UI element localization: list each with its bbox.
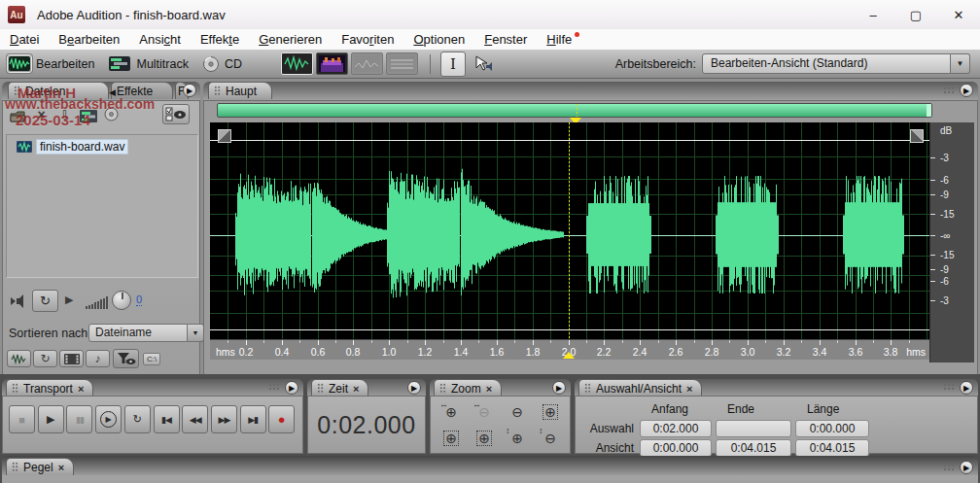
auswahl-anfang-field[interactable]: 0:02.000	[640, 420, 712, 437]
zoom-out-horizontal-button[interactable]: ⊖↔	[470, 400, 499, 423]
menu-item-optionen[interactable]: Optionen	[403, 32, 474, 47]
phase-view-button[interactable]	[386, 52, 418, 75]
go-start-button[interactable]: ▮◀	[154, 405, 180, 433]
tab-haupt[interactable]: Haupt	[208, 82, 272, 99]
waveform-display[interactable]	[210, 122, 929, 339]
scrub-tool-button[interactable]	[472, 52, 495, 76]
play-circled-button[interactable]: ▶	[95, 405, 122, 433]
ansicht-l-nge-field[interactable]: 0:04.015	[795, 439, 869, 457]
zoom-selection-right-button[interactable]: ⊕	[470, 427, 499, 449]
cd-mode-button[interactable]: CD	[202, 55, 242, 73]
editor-panel-menu-button[interactable]: ▶	[960, 84, 973, 97]
close-tab-icon[interactable]: ×	[686, 383, 692, 395]
tab-zoom-label: Zoom	[451, 382, 481, 396]
pause-button[interactable]: ▮▮	[66, 405, 92, 433]
maximize-button[interactable]: ▢	[894, 0, 937, 29]
db-tick-icon	[930, 157, 935, 158]
tab-auswahl-ansicht[interactable]: Auswahl/Ansicht ×	[578, 379, 702, 397]
overview-navigation-bar[interactable]	[217, 103, 932, 118]
sort-dropdown[interactable]: Dateiname ▼	[88, 324, 204, 342]
show-video-files-button[interactable]	[59, 350, 84, 367]
close-button[interactable]: ✕	[937, 0, 980, 29]
loop-preview-button[interactable]: ↻	[32, 290, 58, 312]
menu-item-generieren[interactable]: Generieren	[249, 32, 332, 47]
time-panel-menu-button[interactable]: ▶	[407, 381, 421, 395]
menu-item-hilfe[interactable]: Hilfe	[537, 32, 581, 47]
zoom-selection-left-button[interactable]: ⊕	[437, 427, 466, 449]
zoom-out-full-button[interactable]: ⊖	[503, 400, 532, 423]
menu-item-effekte[interactable]: Effekte	[191, 32, 249, 47]
stop-button[interactable]: ■	[9, 405, 35, 433]
preview-volume-knob[interactable]	[112, 291, 131, 310]
file-list-item[interactable]: finish-board.wav	[17, 139, 128, 155]
playhead-marker-bottom[interactable]	[563, 352, 575, 359]
close-tab-icon[interactable]: ×	[78, 383, 84, 395]
minimize-button[interactable]: –	[852, 0, 894, 29]
workspace-dropdown[interactable]: Bearbeiten-Ansicht (Standard) ▼	[702, 53, 970, 74]
db-label: -15	[940, 250, 954, 260]
close-tab-icon[interactable]: ×	[486, 383, 492, 395]
time-tick-icon	[514, 340, 515, 343]
zoom-out-vertical-button[interactable]: ⊖↕	[536, 427, 565, 449]
rewind-button[interactable]: ◀◀	[182, 405, 208, 433]
db-label: -9	[940, 264, 949, 275]
tab-transport[interactable]: Transport ×	[6, 379, 93, 397]
time-tick-icon	[389, 340, 390, 345]
amplitude-ruler[interactable]: dB-3-6-9-15-∞-15-9-6-3	[929, 122, 974, 362]
overview-end-cap[interactable]	[927, 104, 931, 117]
preview-play-button[interactable]: ▶	[65, 293, 73, 306]
file-list[interactable]: finish-board.wav	[6, 134, 198, 278]
show-loop-files-button[interactable]: ↻	[33, 350, 57, 367]
menu-item-favoriten[interactable]: Favoriten	[332, 32, 403, 47]
play-button[interactable]: ▶	[38, 405, 64, 433]
tab-zeit[interactable]: Zeit ×	[311, 379, 368, 397]
tab-zoom[interactable]: Zoom ×	[434, 379, 502, 397]
close-tab-icon[interactable]: ×	[353, 383, 359, 395]
tab-scroll-left-icon[interactable]: ◀	[109, 87, 116, 97]
loop-play-button[interactable]: ↻	[124, 405, 151, 433]
chevron-down-icon[interactable]: ▼	[188, 324, 204, 342]
files-panel-menu-button[interactable]: ▶	[183, 84, 196, 97]
tab-pegel[interactable]: Pegel ×	[6, 458, 74, 475]
tab-grip-icon	[317, 383, 324, 394]
zoom-to-selection-button[interactable]: ⊕	[536, 400, 565, 423]
transport-panel-menu-button[interactable]: ▶	[285, 381, 298, 395]
preview-volume-value[interactable]: 0	[136, 293, 142, 306]
zoom-to-selection-icon: ⊕	[542, 404, 558, 420]
selection-panel-menu-button[interactable]: ▶	[960, 381, 973, 395]
chevron-down-icon[interactable]: ▼	[951, 53, 970, 74]
fast-forward-button[interactable]: ▶▶	[211, 405, 237, 433]
filter-toggle-button[interactable]	[113, 349, 139, 368]
show-options-toggle[interactable]	[162, 104, 190, 124]
auswahl-l-nge-field[interactable]: 0:00.000	[795, 420, 869, 437]
full-path-toggle[interactable]: C:\	[143, 353, 160, 365]
auto-play-icon[interactable]	[7, 293, 29, 310]
ansicht-anfang-field[interactable]: 0:00.000	[640, 439, 712, 457]
waveform-view-button[interactable]	[281, 52, 313, 75]
pan-view-button[interactable]	[351, 52, 383, 75]
zoom-panel-menu-button[interactable]: ▶	[552, 381, 566, 395]
record-button[interactable]: ●	[268, 405, 295, 433]
zoom-in-horizontal-button[interactable]: ⊕↔	[437, 400, 466, 423]
go-end-button[interactable]: ▶▮	[240, 405, 266, 433]
edit-mode-button[interactable]: Bearbeiten	[8, 55, 94, 72]
time-selection-tool-button[interactable]: I	[440, 52, 466, 77]
zoom-in-vertical-button[interactable]: ⊕↕	[503, 427, 532, 449]
menu-item-ansicht[interactable]: Ansicht	[129, 32, 191, 47]
levels-panel-menu-button[interactable]: ▶	[960, 461, 973, 474]
multitrack-mode-button[interactable]: Multitrack	[108, 55, 188, 72]
selection-handle-left[interactable]	[218, 129, 231, 143]
menu-item-fenster[interactable]: Fenster	[474, 32, 537, 47]
ansicht-ende-field[interactable]: 0:04.015	[716, 439, 791, 457]
time-tick-icon	[425, 340, 426, 345]
menu-item-datei[interactable]: Datei	[0, 32, 49, 47]
selection-handle-right[interactable]	[910, 129, 924, 143]
close-tab-icon[interactable]: ×	[58, 462, 64, 473]
spectral-view-button[interactable]	[316, 52, 348, 75]
show-midi-files-button[interactable]: ♪	[86, 350, 110, 367]
show-audio-files-button[interactable]	[7, 350, 31, 367]
time-tick-icon	[461, 340, 462, 345]
menu-item-bearbeiten[interactable]: Bearbeiten	[49, 32, 129, 47]
auswahl-ende-field[interactable]	[716, 420, 791, 437]
column-header-ende: Ende	[716, 402, 791, 416]
